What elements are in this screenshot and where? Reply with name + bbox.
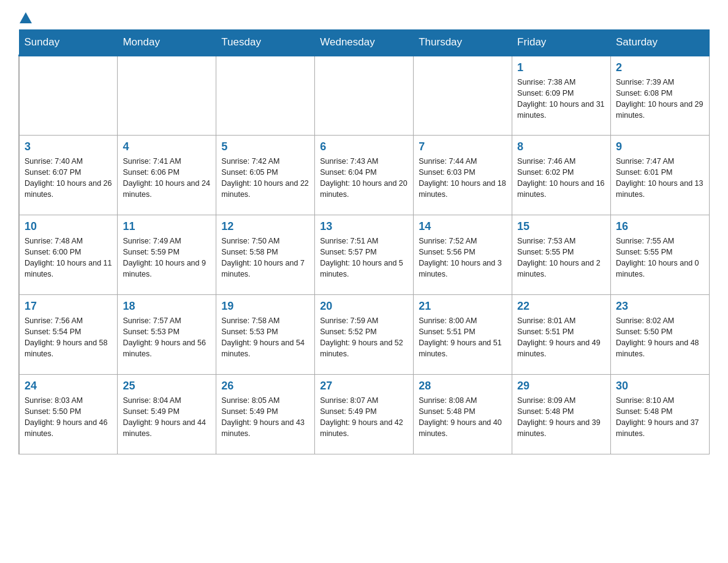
table-row: 17Sunrise: 7:56 AMSunset: 5:54 PMDayligh… <box>19 295 118 375</box>
table-row: 23Sunrise: 8:02 AMSunset: 5:50 PMDayligh… <box>611 295 710 375</box>
day-number: 2 <box>616 61 704 74</box>
day-number: 4 <box>123 140 211 153</box>
day-number: 20 <box>320 300 408 313</box>
calendar-week-row: 24Sunrise: 8:03 AMSunset: 5:50 PMDayligh… <box>19 375 710 454</box>
day-info: Sunrise: 7:52 AMSunset: 5:56 PMDaylight:… <box>419 236 507 280</box>
table-row: 19Sunrise: 7:58 AMSunset: 5:53 PMDayligh… <box>216 295 315 375</box>
day-number: 6 <box>320 140 408 153</box>
day-info: Sunrise: 8:09 AMSunset: 5:48 PMDaylight:… <box>517 395 605 440</box>
day-info: Sunrise: 7:57 AMSunset: 5:53 PMDaylight:… <box>123 315 211 360</box>
table-row: 27Sunrise: 8:07 AMSunset: 5:49 PMDayligh… <box>315 375 414 454</box>
day-info: Sunrise: 7:50 AMSunset: 5:58 PMDaylight:… <box>221 236 309 280</box>
day-info: Sunrise: 7:51 AMSunset: 5:57 PMDaylight:… <box>320 236 408 280</box>
table-row: 3Sunrise: 7:40 AMSunset: 6:07 PMDaylight… <box>19 136 118 215</box>
col-tuesday: Tuesday <box>216 30 315 56</box>
day-number: 11 <box>123 220 211 233</box>
table-row: 15Sunrise: 7:53 AMSunset: 5:55 PMDayligh… <box>512 215 611 295</box>
table-row: 20Sunrise: 7:59 AMSunset: 5:52 PMDayligh… <box>315 295 414 375</box>
table-row: 2Sunrise: 7:39 AMSunset: 6:08 PMDaylight… <box>611 56 710 136</box>
day-number: 30 <box>616 380 704 393</box>
day-number: 5 <box>221 140 309 153</box>
table-row: 30Sunrise: 8:10 AMSunset: 5:48 PMDayligh… <box>611 375 710 454</box>
table-row: 24Sunrise: 8:03 AMSunset: 5:50 PMDayligh… <box>19 375 118 454</box>
page-header <box>18 12 710 23</box>
day-info: Sunrise: 7:38 AMSunset: 6:09 PMDaylight:… <box>517 77 605 121</box>
day-info: Sunrise: 8:03 AMSunset: 5:50 PMDaylight:… <box>25 395 112 440</box>
day-info: Sunrise: 8:02 AMSunset: 5:50 PMDaylight:… <box>616 315 704 360</box>
day-info: Sunrise: 8:01 AMSunset: 5:51 PMDaylight:… <box>517 315 605 360</box>
logo <box>18 12 36 23</box>
calendar-week-row: 1Sunrise: 7:38 AMSunset: 6:09 PMDaylight… <box>19 56 710 136</box>
calendar-table: Sunday Monday Tuesday Wednesday Thursday… <box>18 29 710 454</box>
table-row: 9Sunrise: 7:47 AMSunset: 6:01 PMDaylight… <box>611 136 710 215</box>
day-number: 21 <box>419 300 507 313</box>
table-row: 11Sunrise: 7:49 AMSunset: 5:59 PMDayligh… <box>118 215 216 295</box>
day-number: 14 <box>419 220 507 233</box>
day-info: Sunrise: 7:47 AMSunset: 6:01 PMDaylight:… <box>616 156 704 201</box>
table-row: 7Sunrise: 7:44 AMSunset: 6:03 PMDaylight… <box>414 136 512 215</box>
table-row: 26Sunrise: 8:05 AMSunset: 5:49 PMDayligh… <box>216 375 315 454</box>
col-monday: Monday <box>118 30 216 56</box>
table-row: 14Sunrise: 7:52 AMSunset: 5:56 PMDayligh… <box>414 215 512 295</box>
day-number: 12 <box>221 220 309 233</box>
table-row <box>118 56 216 136</box>
logo-triangle-icon <box>20 12 32 23</box>
day-number: 8 <box>517 140 605 153</box>
day-number: 26 <box>221 380 309 393</box>
table-row: 13Sunrise: 7:51 AMSunset: 5:57 PMDayligh… <box>315 215 414 295</box>
col-sunday: Sunday <box>19 30 118 56</box>
day-info: Sunrise: 7:46 AMSunset: 6:02 PMDaylight:… <box>517 156 605 201</box>
col-thursday: Thursday <box>414 30 512 56</box>
day-info: Sunrise: 8:00 AMSunset: 5:51 PMDaylight:… <box>419 315 507 360</box>
calendar-week-row: 3Sunrise: 7:40 AMSunset: 6:07 PMDaylight… <box>19 136 710 215</box>
table-row <box>19 56 118 136</box>
day-number: 24 <box>25 380 112 393</box>
day-info: Sunrise: 7:44 AMSunset: 6:03 PMDaylight:… <box>419 156 507 201</box>
day-info: Sunrise: 7:53 AMSunset: 5:55 PMDaylight:… <box>517 236 605 280</box>
day-number: 1 <box>517 61 605 74</box>
table-row: 21Sunrise: 8:00 AMSunset: 5:51 PMDayligh… <box>414 295 512 375</box>
table-row: 8Sunrise: 7:46 AMSunset: 6:02 PMDaylight… <box>512 136 611 215</box>
day-info: Sunrise: 7:41 AMSunset: 6:06 PMDaylight:… <box>123 156 211 201</box>
table-row: 16Sunrise: 7:55 AMSunset: 5:55 PMDayligh… <box>611 215 710 295</box>
day-info: Sunrise: 8:05 AMSunset: 5:49 PMDaylight:… <box>221 395 309 440</box>
day-info: Sunrise: 8:04 AMSunset: 5:49 PMDaylight:… <box>123 395 211 440</box>
table-row: 4Sunrise: 7:41 AMSunset: 6:06 PMDaylight… <box>118 136 216 215</box>
day-number: 18 <box>123 300 211 313</box>
calendar-week-row: 17Sunrise: 7:56 AMSunset: 5:54 PMDayligh… <box>19 295 710 375</box>
day-number: 10 <box>25 220 112 233</box>
day-info: Sunrise: 8:10 AMSunset: 5:48 PMDaylight:… <box>616 395 704 440</box>
table-row: 29Sunrise: 8:09 AMSunset: 5:48 PMDayligh… <box>512 375 611 454</box>
table-row <box>315 56 414 136</box>
day-number: 17 <box>25 300 112 313</box>
day-info: Sunrise: 7:42 AMSunset: 6:05 PMDaylight:… <box>221 156 309 201</box>
day-number: 22 <box>517 300 605 313</box>
day-number: 29 <box>517 380 605 393</box>
day-info: Sunrise: 8:07 AMSunset: 5:49 PMDaylight:… <box>320 395 408 440</box>
table-row: 25Sunrise: 8:04 AMSunset: 5:49 PMDayligh… <box>118 375 216 454</box>
day-number: 3 <box>25 140 112 153</box>
calendar-week-row: 10Sunrise: 7:48 AMSunset: 6:00 PMDayligh… <box>19 215 710 295</box>
col-friday: Friday <box>512 30 611 56</box>
table-row <box>216 56 315 136</box>
table-row: 10Sunrise: 7:48 AMSunset: 6:00 PMDayligh… <box>19 215 118 295</box>
table-row: 6Sunrise: 7:43 AMSunset: 6:04 PMDaylight… <box>315 136 414 215</box>
day-number: 23 <box>616 300 704 313</box>
table-row: 12Sunrise: 7:50 AMSunset: 5:58 PMDayligh… <box>216 215 315 295</box>
day-info: Sunrise: 7:40 AMSunset: 6:07 PMDaylight:… <box>25 156 112 201</box>
day-info: Sunrise: 7:56 AMSunset: 5:54 PMDaylight:… <box>25 315 112 360</box>
day-number: 9 <box>616 140 704 153</box>
calendar-header-row: Sunday Monday Tuesday Wednesday Thursday… <box>19 30 710 56</box>
day-number: 16 <box>616 220 704 233</box>
day-number: 15 <box>517 220 605 233</box>
day-info: Sunrise: 7:58 AMSunset: 5:53 PMDaylight:… <box>221 315 309 360</box>
table-row: 22Sunrise: 8:01 AMSunset: 5:51 PMDayligh… <box>512 295 611 375</box>
table-row: 18Sunrise: 7:57 AMSunset: 5:53 PMDayligh… <box>118 295 216 375</box>
day-number: 19 <box>221 300 309 313</box>
table-row: 5Sunrise: 7:42 AMSunset: 6:05 PMDaylight… <box>216 136 315 215</box>
table-row: 28Sunrise: 8:08 AMSunset: 5:48 PMDayligh… <box>414 375 512 454</box>
day-info: Sunrise: 7:59 AMSunset: 5:52 PMDaylight:… <box>320 315 408 360</box>
day-info: Sunrise: 7:55 AMSunset: 5:55 PMDaylight:… <box>616 236 704 280</box>
day-number: 27 <box>320 380 408 393</box>
table-row: 1Sunrise: 7:38 AMSunset: 6:09 PMDaylight… <box>512 56 611 136</box>
